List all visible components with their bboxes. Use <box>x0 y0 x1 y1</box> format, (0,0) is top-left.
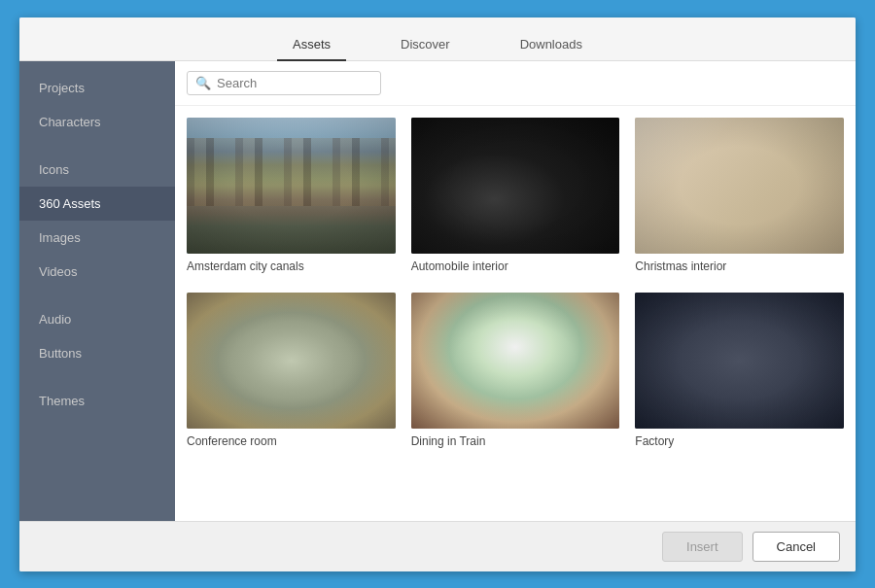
asset-thumbnail-factory <box>635 293 844 429</box>
sidebar-item-projects[interactable]: Projects <box>19 71 175 105</box>
tabs-header: Assets Discover Downloads <box>19 17 856 61</box>
asset-label-conference: Conference room <box>187 434 396 452</box>
main-content: Projects Characters Icons 360 Assets Ima… <box>19 61 856 521</box>
tab-discover[interactable]: Discover <box>385 29 466 61</box>
asset-label-automobile: Automobile interior <box>411 259 620 277</box>
sidebar-spacer-1 <box>19 139 175 153</box>
footer: Insert Cancel <box>19 521 856 571</box>
asset-thumbnail-dining <box>411 293 620 429</box>
asset-thumbnail-christmas <box>635 118 844 254</box>
search-bar: 🔍 <box>175 61 856 106</box>
asset-item-amsterdam[interactable]: Amsterdam city canals <box>187 118 396 277</box>
sidebar-item-videos[interactable]: Videos <box>19 255 175 289</box>
asset-item-factory[interactable]: Factory <box>635 293 844 452</box>
asset-label-amsterdam: Amsterdam city canals <box>187 259 396 277</box>
asset-item-conference[interactable]: Conference room <box>187 293 396 452</box>
assets-dialog: Assets Discover Downloads Projects Chara… <box>19 17 856 571</box>
sidebar-spacer-3 <box>19 370 175 384</box>
asset-thumbnail-amsterdam <box>187 118 396 254</box>
asset-item-dining[interactable]: Dining in Train <box>411 293 620 452</box>
asset-item-christmas[interactable]: Christmas interior <box>635 118 844 277</box>
sidebar-item-icons[interactable]: Icons <box>19 153 175 187</box>
sidebar-item-audio[interactable]: Audio <box>19 302 175 336</box>
insert-button[interactable]: Insert <box>662 532 743 562</box>
asset-label-christmas: Christmas interior <box>635 259 844 277</box>
tab-assets[interactable]: Assets <box>277 29 346 61</box>
content-area: 🔍 Amsterdam city canals <box>175 61 856 521</box>
asset-label-dining: Dining in Train <box>411 434 620 452</box>
assets-grid: Amsterdam city canals Automobile interio… <box>187 118 844 452</box>
sidebar-spacer-2 <box>19 289 175 302</box>
search-input[interactable] <box>217 76 372 90</box>
sidebar-item-characters[interactable]: Characters <box>19 105 175 139</box>
asset-item-automobile[interactable]: Automobile interior <box>411 118 620 277</box>
assets-grid-scroll[interactable]: Amsterdam city canals Automobile interio… <box>175 106 856 521</box>
tab-downloads[interactable]: Downloads <box>505 29 598 61</box>
cancel-button[interactable]: Cancel <box>752 532 840 562</box>
sidebar-item-themes[interactable]: Themes <box>19 384 175 418</box>
sidebar-item-360assets[interactable]: 360 Assets <box>19 187 175 221</box>
search-icon: 🔍 <box>195 76 211 90</box>
sidebar: Projects Characters Icons 360 Assets Ima… <box>19 61 175 521</box>
asset-label-factory: Factory <box>635 434 844 452</box>
sidebar-item-images[interactable]: Images <box>19 221 175 255</box>
asset-thumbnail-conference <box>187 293 396 429</box>
search-wrapper[interactable]: 🔍 <box>187 71 381 95</box>
asset-thumbnail-automobile <box>411 118 620 254</box>
sidebar-item-buttons[interactable]: Buttons <box>19 336 175 370</box>
